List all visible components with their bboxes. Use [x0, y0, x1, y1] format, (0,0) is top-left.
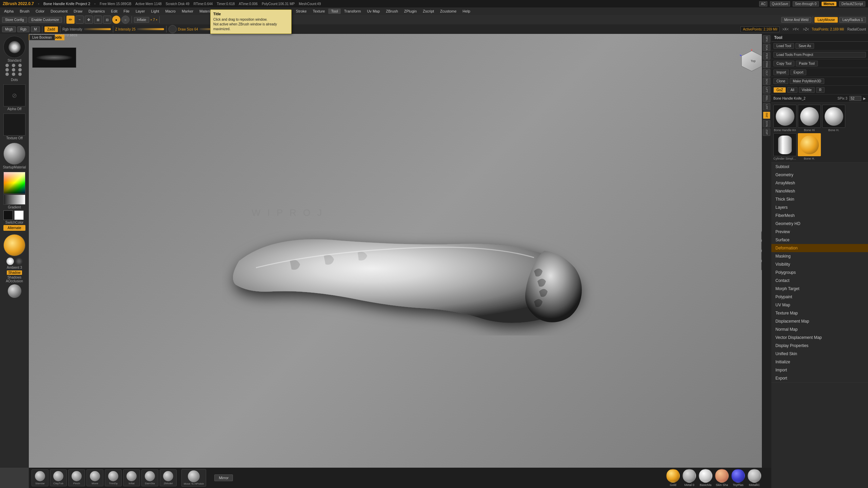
store-config-button[interactable]: Store Config: [2, 17, 27, 23]
normalmap-item[interactable]: Normal Map: [771, 325, 868, 333]
all-button[interactable]: All: [787, 87, 797, 93]
arraymesh-item[interactable]: ArrayMesh: [771, 179, 868, 187]
polygroups-item[interactable]: Polygroups: [771, 268, 868, 277]
menu-zbrush[interactable]: ZBrush: [383, 8, 400, 14]
mat-ball-basic[interactable]: [699, 469, 712, 483]
menu-document[interactable]: Document: [48, 8, 70, 14]
brush-preview[interactable]: [3, 36, 25, 58]
import-item[interactable]: Import: [771, 366, 868, 374]
subtool-item[interactable]: Subtool: [771, 163, 868, 171]
export-button[interactable]: Export: [790, 69, 806, 75]
viewport[interactable]: W I P R O J: [29, 34, 771, 468]
menu-transform[interactable]: Transform: [341, 8, 364, 14]
thumb-bone-hi[interactable]: [798, 105, 821, 128]
vectordisplacement-item[interactable]: Vector Displacement Map: [771, 333, 868, 342]
mat-ball-skin[interactable]: [715, 469, 729, 483]
layers-item[interactable]: Layers: [771, 203, 868, 211]
visibility-item[interactable]: Visibility: [771, 260, 868, 268]
surface-item[interactable]: Surface: [771, 236, 868, 244]
mat-ball-metal[interactable]: [683, 469, 696, 483]
zadd-btn[interactable]: Zadd: [44, 26, 58, 32]
menu-marker[interactable]: Marker: [179, 8, 196, 14]
thumb-bone-h2[interactable]: [798, 133, 821, 156]
stroke-dots[interactable]: [5, 64, 24, 76]
texture-preview[interactable]: [3, 114, 25, 136]
brush-trimdy[interactable]: TrimDy: [105, 469, 122, 486]
thumb-bone-handle[interactable]: [773, 105, 796, 128]
menu-zscript[interactable]: Zscript: [420, 8, 437, 14]
geometry-item[interactable]: Geometry: [771, 171, 868, 179]
ac-button[interactable]: AC: [759, 1, 767, 6]
thumb-cylinder[interactable]: [773, 133, 796, 156]
m-btn[interactable]: M: [31, 26, 40, 32]
make-polymesh-button[interactable]: Make PolyMesh3D: [790, 78, 824, 84]
lazy-radius-btn[interactable]: LazyRadius 1: [839, 17, 866, 23]
spix-input[interactable]: [849, 96, 861, 101]
menu-brush[interactable]: Brush: [17, 8, 32, 14]
displayproperties-item[interactable]: Display Properties: [771, 342, 868, 350]
menu-texture[interactable]: Texture: [310, 8, 328, 14]
shadow-badge[interactable]: Shadow: [7, 270, 22, 275]
gradient-preview[interactable]: [3, 195, 25, 205]
foreground-color[interactable]: [3, 210, 13, 220]
strip-giz[interactable]: GIZ: [763, 111, 770, 119]
circle-icon[interactable]: [169, 25, 177, 33]
menu-zplugin[interactable]: ZPlugin: [401, 8, 419, 14]
goz-button[interactable]: GoZ: [773, 87, 786, 93]
contact-item[interactable]: Contact: [771, 277, 868, 285]
strip-lpf[interactable]: LPF: [763, 103, 770, 110]
nav-cube[interactable]: Top: [740, 49, 760, 69]
menu-uvmap[interactable]: Uv Map: [364, 8, 382, 14]
uvmap-item[interactable]: UV Map: [771, 301, 868, 309]
enable-customize-button[interactable]: Enable Customize: [28, 17, 62, 23]
menu-layer[interactable]: Layer: [133, 8, 148, 14]
thickskin-item[interactable]: Thick Skin: [771, 195, 868, 203]
displacementmap-item[interactable]: Displacement Map: [771, 317, 868, 325]
color-picker[interactable]: [3, 172, 25, 194]
select-mode-btn[interactable]: ⊞: [94, 16, 102, 24]
alternate-button[interactable]: Alternate: [3, 225, 25, 231]
strip-per[interactable]: PER: [763, 52, 770, 60]
texturemap-item[interactable]: Texture Map: [771, 309, 868, 317]
light-sphere[interactable]: [3, 234, 25, 256]
mirror-weld-btn[interactable]: Mirror And Weld: [781, 17, 812, 23]
polypaint-item[interactable]: Polypaint: [771, 293, 868, 301]
unifiedskin-item[interactable]: Unified Skin: [771, 350, 868, 358]
y-axis[interactable]: >Y<: [791, 27, 800, 31]
import-button[interactable]: Import: [773, 69, 789, 75]
brush-zmodel[interactable]: ZModel: [160, 469, 177, 486]
menu-tool[interactable]: Tool: [328, 8, 340, 14]
save-as-button[interactable]: Save As: [795, 43, 814, 49]
brush-move[interactable]: Move: [86, 469, 103, 486]
brush-inflat[interactable]: Inflat: [123, 469, 140, 486]
strip-dyn[interactable]: DYN: [763, 120, 770, 127]
deformation-item[interactable]: Deformation: [771, 244, 868, 252]
draw-mode-btn[interactable]: ✏: [66, 16, 75, 24]
menu-draw[interactable]: Draw: [71, 8, 85, 14]
menu-help[interactable]: Help: [460, 8, 473, 14]
menu-file[interactable]: File: [121, 8, 132, 14]
inflate-btn[interactable]: Inflate: [134, 17, 149, 23]
light-icon-1[interactable]: [6, 258, 14, 265]
menu-light[interactable]: Light: [149, 8, 162, 14]
r-button[interactable]: R: [816, 87, 825, 93]
brush-standar[interactable]: Standar: [32, 469, 48, 486]
geometryhd-item[interactable]: Geometry HD: [771, 220, 868, 228]
smooth-mode-btn[interactable]: ~: [76, 16, 84, 24]
export-item[interactable]: Export: [771, 374, 868, 382]
circle-btn[interactable]: ○: [121, 16, 130, 24]
strip-scu[interactable]: SCU: [763, 78, 770, 85]
lazy-mouse-btn[interactable]: LazyMouse: [814, 17, 838, 23]
x-axis[interactable]: >X<: [781, 27, 790, 31]
move-mode-btn[interactable]: ✥: [85, 16, 93, 24]
quicksave-button[interactable]: QuickSave: [770, 1, 790, 6]
small-sphere[interactable]: [8, 284, 21, 298]
menu-macro[interactable]: Macro: [162, 8, 178, 14]
mrgb-btn[interactable]: Mrgb: [2, 26, 16, 32]
menu-stroke[interactable]: Stroke: [293, 8, 310, 14]
z-intensity-slider[interactable]: [137, 28, 164, 30]
mat-ball-toy[interactable]: [731, 469, 745, 483]
visible-button[interactable]: Visible: [799, 87, 815, 93]
see-through-button[interactable]: See-through 0: [793, 1, 819, 6]
menu-zcustome[interactable]: Zcustome: [437, 8, 459, 14]
